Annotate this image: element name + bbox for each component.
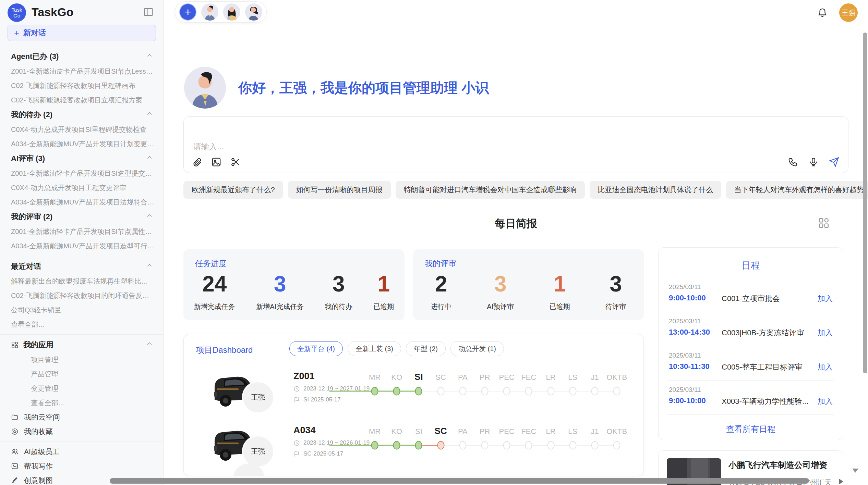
- dashboard-filter-chip[interactable]: 全新上装 (3): [348, 341, 401, 356]
- agent-avatar-1[interactable]: [201, 3, 218, 21]
- sidebar-footer-item-1[interactable]: 帮我写作: [0, 459, 163, 473]
- sidebar-recent-header[interactable]: 最近对话: [0, 259, 163, 274]
- suggestion-chip[interactable]: 比亚迪全固态电池计划具体说了什么: [590, 181, 721, 199]
- stat-value: 1: [373, 271, 394, 297]
- notification-bell-icon[interactable]: [817, 8, 828, 18]
- recent-view-all-link[interactable]: 查看全部...: [0, 317, 163, 332]
- milestone-dot-KO: [393, 387, 400, 396]
- milestone-dot-SI: [415, 387, 422, 396]
- chevron-up-icon[interactable]: [146, 262, 153, 271]
- send-icon[interactable]: [829, 157, 839, 167]
- milestone-label-FEC: FEC: [521, 427, 536, 436]
- vertical-scrollbar[interactable]: [863, 33, 867, 373]
- sidebar-task-item[interactable]: C02-飞腾新能源轻客改款项目立项汇报方案: [0, 93, 163, 107]
- new-chat-button[interactable]: + 新对话: [8, 25, 156, 41]
- agent-avatar-2[interactable]: [223, 3, 240, 21]
- flag-icon: [293, 451, 300, 457]
- stat-label: 新增完成任务: [194, 302, 235, 311]
- event-join-link[interactable]: 加入: [818, 362, 833, 372]
- sidebar-task-item[interactable]: Z001-全新燃油皮卡产品开发项目SI节点Lesson Learn报告: [0, 64, 163, 78]
- dashboard-filter-chip[interactable]: 年型 (2): [406, 341, 446, 356]
- recent-label: 最近对话: [11, 261, 41, 272]
- greeting-text: 你好，王强，我是你的项目管理助理 小识: [238, 78, 489, 97]
- recent-chat-item[interactable]: 公司Q3轻卡销量: [0, 303, 163, 317]
- sidebar-group-header-2[interactable]: AI评审 (3): [0, 151, 163, 166]
- sidebar-task-item[interactable]: A034-全新新能源MUV产品开发项目计划变更表编写: [0, 137, 163, 151]
- user-avatar[interactable]: 王强: [839, 3, 858, 22]
- dashboard-filter-chip[interactable]: 全新平台 (4): [289, 341, 343, 356]
- stat-label: AI预评审: [487, 302, 514, 311]
- event-name: C001-立项审批会: [722, 294, 811, 304]
- suggestion-chip[interactable]: 欧洲新规最近颁布了什么?: [183, 181, 283, 199]
- chevron-up-icon[interactable]: [146, 110, 153, 119]
- agent-pill-bar: +: [175, 1, 267, 23]
- dashboard-filter-chip[interactable]: 动总开发 (1): [450, 341, 504, 356]
- milestone-line-pending: [419, 391, 617, 391]
- sidebar-task-item[interactable]: Z001-全新燃油轻卡产品开发项目SI节点属性5D文件评审: [0, 224, 163, 239]
- sidebar-group-header-1[interactable]: 我的待办 (2): [0, 107, 163, 122]
- milestone-label-PEC: PEC: [499, 427, 515, 436]
- sidebar-task-item[interactable]: C0X4-动力总成开发项目SI里程碑提交物检查: [0, 122, 163, 137]
- sidebar-task-item[interactable]: Z001-全新燃油轻卡产品开发项目SI造型提交物评审: [0, 166, 163, 181]
- sidebar-footer-item-0[interactable]: AI超级员工: [0, 445, 163, 459]
- sidebar-group-label: AI评审 (3): [11, 153, 45, 164]
- suggestion-chip[interactable]: 特朗普可能对进口汽车增税会对中国车企造成哪些影响: [396, 181, 585, 199]
- new-chat-label: 新对话: [23, 28, 46, 38]
- phone-call-icon[interactable]: [788, 157, 798, 167]
- milestone-dot-PEC: [503, 441, 510, 450]
- suggestion-chip[interactable]: 当下年轻人对汽车外观有怎样的喜好趋势: [726, 181, 868, 199]
- chevron-up-icon[interactable]: [146, 154, 153, 163]
- layout-grid-icon[interactable]: [818, 217, 830, 229]
- chevron-up-icon[interactable]: [146, 212, 153, 221]
- add-agent-button[interactable]: +: [179, 3, 196, 21]
- event-join-link[interactable]: 加入: [818, 396, 833, 407]
- attachment-icon[interactable]: [192, 157, 202, 167]
- sidebar-collapse-icon[interactable]: [143, 7, 154, 17]
- stat: 3新增AI完成任务: [256, 271, 304, 311]
- main-area: + 王强 你好，王强，我是你的项目管理助理 小识 请输入...: [164, 0, 868, 485]
- sidebar-task-item[interactable]: A034-全新新能源MUV产品开发项目造型可行性评审: [0, 239, 163, 253]
- agent-avatar-3[interactable]: [245, 3, 262, 21]
- event-date: 2025/03/11: [669, 318, 701, 325]
- chat-input-card[interactable]: 请输入...: [183, 116, 848, 173]
- sidebar-task-item[interactable]: C02-飞腾新能源轻客改款项目里程碑画布: [0, 78, 163, 93]
- pen-icon: [11, 477, 19, 484]
- project-row-Z001[interactable]: 王强Z0012023-12-19 ~ 2027-01-19SI-2025-05-…: [184, 363, 643, 418]
- stat-label: 待评审: [605, 302, 626, 311]
- app-item[interactable]: 项目管理: [0, 352, 163, 367]
- stat: 3我的待办: [325, 271, 352, 311]
- sidebar-task-item[interactable]: A034-全新新能源MUV产品开发项目法规符合性评审: [0, 195, 163, 209]
- milestone-label-KO: KO: [391, 427, 402, 436]
- sidebar-header: Task Go TaskGo: [0, 0, 163, 24]
- footer-item-label: 帮我写作: [24, 459, 53, 473]
- microphone-icon[interactable]: [808, 157, 819, 167]
- scroll-right-arrow[interactable]: [839, 479, 843, 484]
- horizontal-scrollbar[interactable]: [110, 478, 809, 484]
- favorites-item[interactable]: 我的收藏: [0, 424, 163, 439]
- project-row-A034[interactable]: 王强A0342023-12-19 ~ 2026-01-19SC-2025-05-…: [184, 418, 643, 472]
- apps-label: 我的应用: [23, 340, 53, 350]
- image-icon[interactable]: [211, 157, 221, 167]
- chevron-up-icon[interactable]: [146, 52, 153, 61]
- apps-view-all-link[interactable]: 查看全部...: [0, 396, 163, 410]
- scissors-icon[interactable]: [230, 157, 241, 167]
- schedule-view-all-link[interactable]: 查看所有日程: [659, 424, 843, 435]
- topbar-right: 王强: [817, 3, 858, 22]
- recent-chat-item[interactable]: 解释最新出台的欧盟报废车法规再生塑料比例被调至15%...: [0, 274, 163, 288]
- scroll-down-arrow[interactable]: [852, 469, 858, 473]
- sidebar-group-header-0[interactable]: Agent已办 (3): [0, 49, 163, 64]
- chevron-up-icon[interactable]: [146, 340, 153, 349]
- stat-value: 3: [487, 271, 514, 297]
- sidebar-task-item[interactable]: C0X4-动力总成开发项目工程变更评审: [0, 181, 163, 195]
- stat-value: 1: [550, 271, 570, 297]
- cloud-space-item[interactable]: 我的云空间: [0, 410, 163, 424]
- app-item[interactable]: 产品管理: [0, 367, 163, 381]
- project-dashboard-card: 项目Dashboard 全新平台 (4)全新上装 (3)年型 (2)动总开发 (…: [183, 334, 644, 476]
- sidebar-group-header-3[interactable]: 我的评审 (2): [0, 209, 163, 224]
- suggestion-chip[interactable]: 如何写一份清晰的项目周报: [288, 181, 391, 199]
- event-join-link[interactable]: 加入: [818, 328, 833, 338]
- event-join-link[interactable]: 加入: [818, 294, 833, 304]
- recent-chat-item[interactable]: C02-飞腾新能源轻客改款项目的闭环通告反馈情况: [0, 288, 163, 303]
- app-item[interactable]: 变更管理: [0, 381, 163, 396]
- sidebar-apps-header[interactable]: 我的应用: [0, 337, 163, 352]
